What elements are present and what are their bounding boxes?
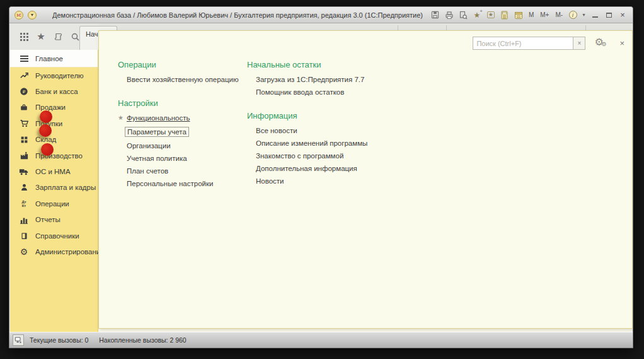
search-clear-button[interactable]: × (573, 37, 585, 50)
save-icon[interactable] (430, 10, 440, 20)
app-menu-button[interactable]: 1С (14, 11, 23, 20)
book-icon (18, 232, 30, 240)
info-caret-icon[interactable]: ▼ (582, 13, 586, 17)
menu-link[interactable]: Ввести хозяйственную операцию (127, 76, 239, 83)
sidebar-item-operatsii[interactable]: Дт Кт Операции (10, 196, 98, 211)
hamburger-icon (18, 56, 30, 62)
menu-link[interactable]: Описание изменений программы (256, 139, 367, 147)
memory-m-plus-button[interactable]: M+ (539, 11, 550, 18)
menu-link[interactable]: Учетная политика (127, 155, 187, 162)
sidebar-item-prodazhi[interactable]: Продажи (10, 100, 98, 115)
print-preview-icon[interactable] (458, 10, 468, 20)
person-icon (18, 183, 30, 192)
section-sidebar: Главное Руководителю ₽ Банк и касса Прод… (10, 50, 98, 332)
panel-close-icon[interactable]: × (619, 38, 624, 48)
menu-link[interactable]: Знакомство с программой (256, 152, 343, 160)
favorite-star-icon: ★ (118, 114, 124, 121)
svg-text:₽: ₽ (23, 90, 26, 95)
click-indicator-dot (40, 110, 52, 123)
bar-chart-icon (18, 216, 30, 224)
call-counters: Текущие вызовы: 0 Накопленные вызовы: 2 … (30, 336, 195, 344)
menu-column-left: Операции Ввести хозяйственную операцию Н… (118, 60, 244, 192)
pallet-icon (18, 136, 30, 144)
accumulated-calls: Накопленные вызовы: 2 960 (99, 336, 186, 344)
menu-link[interactable]: Персональные настройки (127, 180, 213, 187)
briefcase-icon (18, 103, 30, 112)
section-title-nastroiki[interactable]: Настройки (118, 98, 244, 108)
minimize-button[interactable] (590, 10, 600, 20)
gear-icon: ⚙ (18, 247, 30, 256)
click-indicator-dot (41, 143, 54, 156)
favorites-star-icon[interactable]: ★ (35, 31, 47, 42)
menu-link[interactable]: Организации (127, 142, 171, 150)
sidebar-item-rukovoditelyu[interactable]: Руководителю (10, 68, 98, 83)
restore-button[interactable] (604, 10, 614, 20)
sidebar-item-otchety[interactable]: Отчеты (10, 212, 98, 228)
search-input[interactable] (473, 37, 573, 50)
click-indicator-dot (39, 124, 52, 137)
chevron-down-icon: ▼ (30, 13, 35, 17)
title-bar: 1С ▼ Демонстрационная база / Любимов Вал… (9, 7, 633, 23)
sections-grid-icon[interactable] (18, 31, 30, 42)
sidebar-item-pokupki[interactable]: Покупки (10, 115, 98, 131)
sidebar-item-zarplata-i-kadry[interactable]: Зарплата и кадры (10, 180, 98, 196)
sidebar-item-spravochniki[interactable]: Справочники (10, 228, 98, 244)
menu-link[interactable]: Все новости (256, 127, 297, 134)
search-box: × (473, 37, 585, 50)
sidebar-item-glavnoe[interactable]: Главное (10, 50, 98, 68)
current-calls: Текущие вызовы: 0 (30, 336, 88, 344)
section-title-nachalnye-ostatki[interactable]: Начальные остатки (247, 60, 386, 69)
window-dropdown-button[interactable]: ▼ (28, 11, 37, 20)
sidebar-item-proizvodstvo[interactable]: Производство (10, 148, 98, 163)
sidebar-item-os-i-nma[interactable]: ОС и НМА (10, 163, 98, 179)
1c-logo-icon: 1С (16, 13, 21, 17)
menu-link[interactable]: Новости (256, 177, 284, 185)
favorites-icon[interactable]: ★ (486, 10, 496, 20)
sidebar-item-administrirovanie[interactable]: ⚙ Администрирование (10, 244, 98, 259)
add-favorite-icon[interactable]: ★ + (472, 10, 482, 20)
section-title-operatsii[interactable]: Операции (118, 60, 244, 69)
status-bar: Текущие вызовы: 0 Накопленные вызовы: 2 … (9, 332, 633, 348)
tab-separator (585, 25, 586, 30)
menu-link[interactable]: Дополнительная информация (256, 165, 357, 172)
window-title: Демонстрационная база / Любимов Валерий … (52, 11, 430, 19)
performance-indicator-button[interactable] (13, 334, 24, 346)
debit-credit-icon: Дт Кт (18, 200, 30, 208)
trend-up-icon (18, 71, 30, 80)
print-icon[interactable] (444, 10, 454, 20)
settings-gears-icon[interactable]: ⚙ ⚙ (594, 37, 609, 50)
factory-icon (18, 151, 30, 160)
menu-link-funktsionalnost[interactable]: ★ Функциональность (127, 114, 190, 122)
info-button[interactable]: i (568, 10, 578, 20)
memory-m-button[interactable]: M (527, 11, 535, 18)
menu-link-parametry-ucheta[interactable]: Параметры учета (125, 127, 189, 137)
menu-column-right: Начальные остатки Загрузка из 1С:Предпри… (247, 60, 386, 190)
sidebar-item-bank-i-kassa[interactable]: ₽ Банк и касса (10, 83, 98, 99)
app-window: 1С ▼ Демонстрационная база / Любимов Вал… (9, 6, 633, 348)
menu-link[interactable]: План счетов (127, 167, 168, 175)
calculator-icon[interactable] (500, 10, 510, 20)
cart-icon (18, 119, 30, 128)
sidebar-item-sklad[interactable]: Склад (10, 132, 98, 148)
close-button[interactable]: × (618, 10, 628, 20)
tab-separator (398, 25, 398, 30)
truck-icon (18, 167, 30, 176)
tab-separator (446, 25, 447, 30)
calendar-icon[interactable] (514, 10, 524, 20)
section-menu-panel: × ⚙ ⚙ × Операции Ввести хозяйственную оп… (98, 30, 633, 329)
menu-link[interactable]: Помощник ввода остатков (256, 88, 344, 96)
memory-m-minus-button[interactable]: M- (554, 11, 564, 18)
menu-link[interactable]: Загрузка из 1С:Предприятия 7.7 (256, 76, 364, 83)
history-icon[interactable] (52, 31, 64, 42)
section-title-informatsiya[interactable]: Информация (247, 111, 386, 121)
bank-icon: ₽ (18, 87, 30, 96)
